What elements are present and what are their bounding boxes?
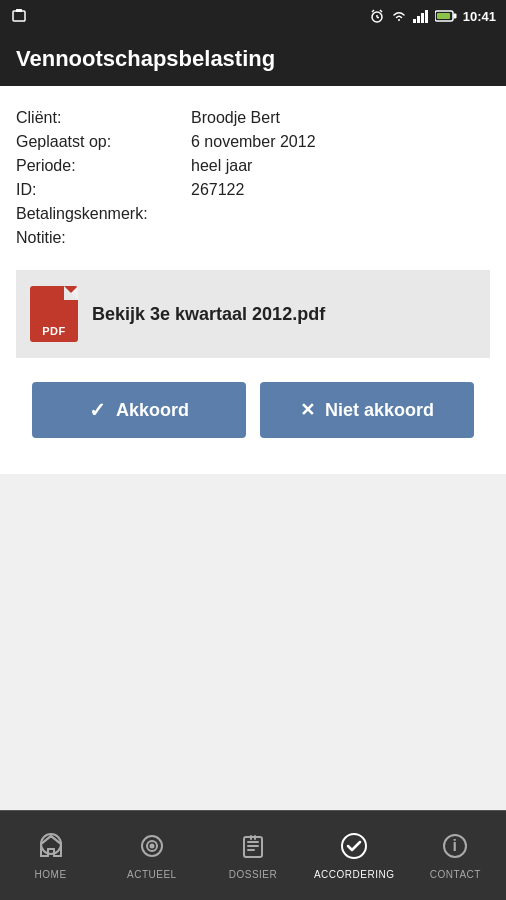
pdf-label: PDF [42, 325, 66, 337]
status-bar: 10:41 [0, 0, 506, 32]
akkoord-button[interactable]: Akkoord [32, 382, 246, 438]
niet-akkoord-button[interactable]: Niet akkoord [260, 382, 474, 438]
svg-point-22 [342, 834, 366, 858]
svg-line-6 [380, 10, 382, 12]
svg-rect-10 [425, 10, 428, 23]
svg-rect-12 [453, 14, 456, 19]
svg-rect-13 [437, 13, 450, 19]
svg-rect-8 [417, 16, 420, 23]
pdf-filename: Bekijk 3e kwartaal 2012.pdf [92, 304, 325, 325]
nav-label-home: HOME [35, 869, 67, 880]
svg-point-17 [150, 844, 153, 847]
wifi-icon [391, 8, 407, 24]
geplaatst-value: 6 november 2012 [191, 130, 490, 154]
contact-icon: i [437, 828, 473, 864]
pdf-icon: PDF [30, 286, 78, 342]
home-icon [33, 828, 69, 864]
id-value: 267122 [191, 178, 490, 202]
nav-label-dossier: DOSSIER [229, 869, 278, 880]
pdf-link[interactable]: PDF Bekijk 3e kwartaal 2012.pdf [16, 270, 490, 358]
client-label: Cliënt: [16, 106, 191, 130]
page-title: Vennootschapsbelasting [16, 46, 490, 72]
id-row: ID: 267122 [16, 178, 490, 202]
status-right-icons: 10:41 [369, 8, 496, 24]
accordering-icon [336, 828, 372, 864]
alarm-icon [369, 8, 385, 24]
niet-akkoord-label: Niet akkoord [325, 400, 434, 421]
nav-item-home[interactable]: HOME [0, 811, 101, 900]
notitie-label: Notitie: [16, 226, 191, 250]
svg-rect-1 [16, 9, 22, 12]
sim-icon [10, 7, 28, 25]
svg-rect-9 [421, 13, 424, 23]
periode-value: heel jaar [191, 154, 490, 178]
periode-label: Periode: [16, 154, 191, 178]
nav-label-accordering: ACCORDERING [314, 869, 395, 880]
nav-label-actueel: ACTUEEL [127, 869, 177, 880]
client-value: Broodje Bert [191, 106, 490, 130]
nav-label-contact: CONTACT [430, 869, 481, 880]
betaling-value [191, 202, 490, 226]
svg-rect-7 [413, 19, 416, 23]
nav-item-actueel[interactable]: ACTUEEL [101, 811, 202, 900]
svg-rect-0 [13, 11, 25, 21]
page-header: Vennootschapsbelasting [0, 32, 506, 86]
id-label: ID: [16, 178, 191, 202]
geplaatst-row: Geplaatst op: 6 november 2012 [16, 130, 490, 154]
betaling-label: Betalingskenmerk: [16, 202, 191, 226]
action-buttons: Akkoord Niet akkoord [16, 382, 490, 454]
nav-item-accordering[interactable]: ACCORDERING [304, 811, 405, 900]
geplaatst-label: Geplaatst op: [16, 130, 191, 154]
time-display: 10:41 [463, 9, 496, 24]
actueel-icon [134, 828, 170, 864]
periode-row: Periode: heel jaar [16, 154, 490, 178]
svg-line-5 [372, 10, 374, 12]
client-row: Cliënt: Broodje Bert [16, 106, 490, 130]
status-left-icons [10, 7, 28, 25]
info-table: Cliënt: Broodje Bert Geplaatst op: 6 nov… [16, 106, 490, 250]
bottom-nav: HOME ACTUEEL DOSSIER [0, 810, 506, 900]
notitie-value [191, 226, 490, 250]
svg-text:i: i [453, 837, 458, 854]
main-content: Cliënt: Broodje Bert Geplaatst op: 6 nov… [0, 86, 506, 474]
dossier-icon [235, 828, 271, 864]
akkoord-label: Akkoord [116, 400, 189, 421]
betaling-row: Betalingskenmerk: [16, 202, 490, 226]
nav-item-contact[interactable]: i CONTACT [405, 811, 506, 900]
signal-icon [413, 9, 429, 23]
nav-item-dossier[interactable]: DOSSIER [202, 811, 303, 900]
battery-icon [435, 10, 457, 22]
notitie-row: Notitie: [16, 226, 490, 250]
